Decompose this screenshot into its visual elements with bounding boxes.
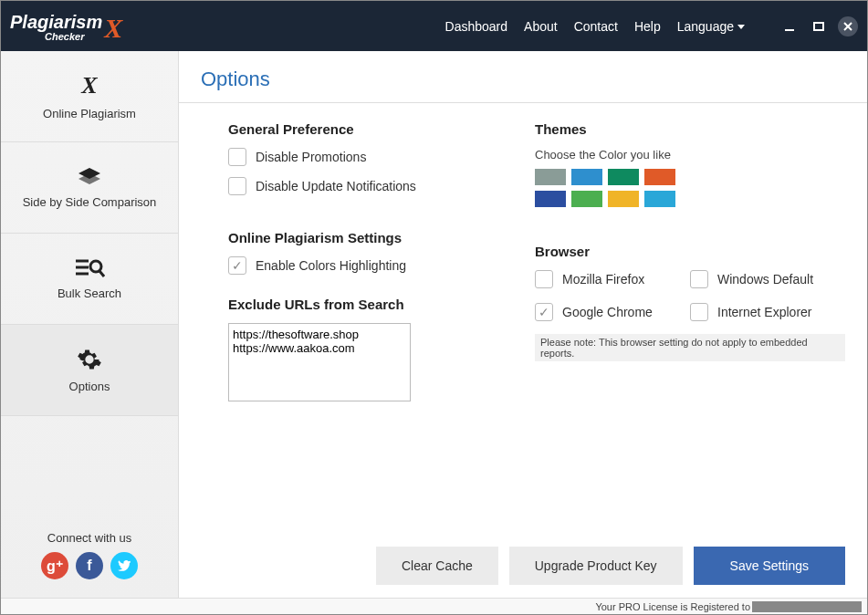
- sidebar-item-label: Side by Side Comparison: [23, 195, 157, 209]
- svg-point-9: [90, 261, 101, 272]
- svg-marker-5: [78, 173, 100, 184]
- exclude-urls-input[interactable]: [228, 323, 411, 401]
- browser-heading: Browser: [535, 244, 845, 259]
- logo-x-icon: X: [104, 13, 122, 44]
- theme-swatch-5[interactable]: [571, 191, 602, 207]
- disable-promotions-checkbox[interactable]: [228, 148, 246, 166]
- sidebar-item-online-plagiarism[interactable]: X Online Plagiarism: [1, 51, 178, 142]
- logo-text-1: Plagiarism: [10, 12, 102, 32]
- license-text: Your PRO License is Registered to: [595, 601, 750, 612]
- app-logo: Plagiarism Checker X: [10, 11, 122, 42]
- nav-contact[interactable]: Contact: [574, 19, 618, 34]
- sidebar-item-label: Options: [69, 380, 110, 393]
- content-area: Options General Preference Disable Promo…: [179, 51, 867, 598]
- themes-sub: Choose the Color you like: [535, 148, 845, 162]
- page-title: Options: [201, 68, 845, 102]
- windows-default-label: Windows Default: [717, 272, 813, 287]
- gear-icon: [77, 347, 102, 372]
- close-button[interactable]: [838, 16, 858, 36]
- nav-language[interactable]: Language: [677, 19, 745, 34]
- save-settings-button[interactable]: Save Settings: [694, 547, 845, 585]
- sidebar-item-side-by-side[interactable]: Side by Side Comparison: [1, 142, 178, 234]
- enable-colors-label: Enable Colors Highlighting: [256, 258, 406, 273]
- sidebar-item-label: Online Plagiarism: [43, 107, 136, 120]
- clear-cache-button[interactable]: Clear Cache: [376, 547, 498, 585]
- disable-promotions-row: Disable Promotions: [228, 148, 498, 166]
- nav-about[interactable]: About: [524, 19, 558, 34]
- nav-language-label: Language: [677, 19, 734, 34]
- facebook-icon[interactable]: f: [76, 552, 103, 579]
- general-heading: General Preference: [228, 121, 498, 137]
- theme-swatch-7[interactable]: [644, 191, 675, 207]
- chrome-label: Google Chrome: [562, 305, 653, 319]
- layers-icon: [77, 166, 102, 188]
- enable-colors-checkbox[interactable]: [228, 256, 246, 275]
- upgrade-key-button[interactable]: Upgrade Product Key: [509, 547, 683, 585]
- chrome-row: Google Chrome: [535, 303, 681, 321]
- firefox-checkbox[interactable]: [535, 270, 553, 288]
- firefox-row: Mozilla Firefox: [535, 270, 681, 288]
- nav-dashboard[interactable]: Dashboard: [445, 19, 508, 34]
- chevron-down-icon: [737, 25, 745, 29]
- title-bar: Plagiarism Checker X Dashboard About Con…: [1, 1, 867, 51]
- top-nav: Dashboard About Contact Help Language: [445, 16, 858, 36]
- themes-heading: Themes: [535, 121, 845, 137]
- connect-label: Connect with us: [1, 531, 178, 545]
- connect-section: Connect with us g⁺ f: [1, 520, 178, 598]
- disable-updates-label: Disable Update Notifications: [256, 179, 416, 193]
- google-plus-icon[interactable]: g⁺: [41, 552, 68, 579]
- svg-line-10: [99, 271, 104, 276]
- enable-colors-row: Enable Colors Highlighting: [228, 256, 498, 275]
- svg-rect-1: [814, 23, 823, 30]
- divider: [179, 102, 867, 103]
- firefox-label: Mozilla Firefox: [562, 272, 644, 287]
- status-bar: Your PRO License is Registered to: [1, 598, 867, 614]
- footer-buttons: Clear Cache Upgrade Product Key Save Set…: [201, 528, 845, 585]
- maximize-button[interactable]: [809, 16, 829, 36]
- logo-text-2: Checker: [45, 33, 102, 40]
- disable-promotions-label: Disable Promotions: [256, 150, 366, 164]
- ie-label: Internet Explorer: [717, 305, 812, 319]
- theme-swatch-1[interactable]: [571, 169, 602, 185]
- disable-updates-checkbox[interactable]: [228, 177, 246, 195]
- sidebar: X Online Plagiarism Side by Side Compari…: [1, 51, 179, 598]
- nav-help[interactable]: Help: [634, 19, 661, 34]
- theme-swatch-6[interactable]: [608, 191, 639, 207]
- minimize-button[interactable]: [779, 16, 800, 36]
- exclude-heading: Exclude URLs from Search: [228, 297, 498, 312]
- sidebar-item-options[interactable]: Options: [1, 325, 178, 416]
- sidebar-item-label: Bulk Search: [58, 287, 121, 300]
- theme-swatches: [535, 169, 690, 207]
- theme-swatch-4[interactable]: [535, 191, 566, 207]
- ie-checkbox[interactable]: [690, 303, 708, 321]
- sidebar-item-bulk-search[interactable]: Bulk Search: [1, 234, 178, 325]
- online-heading: Online Plagiarism Settings: [228, 230, 498, 245]
- ie-row: Internet Explorer: [690, 303, 845, 321]
- license-name-redacted: [752, 601, 862, 612]
- theme-swatch-0[interactable]: [535, 169, 566, 185]
- x-icon: X: [81, 72, 97, 99]
- windows-default-checkbox[interactable]: [690, 270, 708, 288]
- disable-updates-row: Disable Update Notifications: [228, 177, 498, 195]
- theme-swatch-3[interactable]: [644, 169, 675, 185]
- twitter-icon[interactable]: [110, 552, 138, 579]
- theme-swatch-2[interactable]: [608, 169, 639, 185]
- windows-default-row: Windows Default: [690, 270, 845, 288]
- list-search-icon: [74, 257, 105, 279]
- chrome-checkbox[interactable]: [535, 303, 553, 321]
- window-controls: [779, 16, 858, 36]
- browser-note: Please note: This browser setting do not…: [535, 334, 845, 361]
- svg-rect-0: [785, 29, 794, 31]
